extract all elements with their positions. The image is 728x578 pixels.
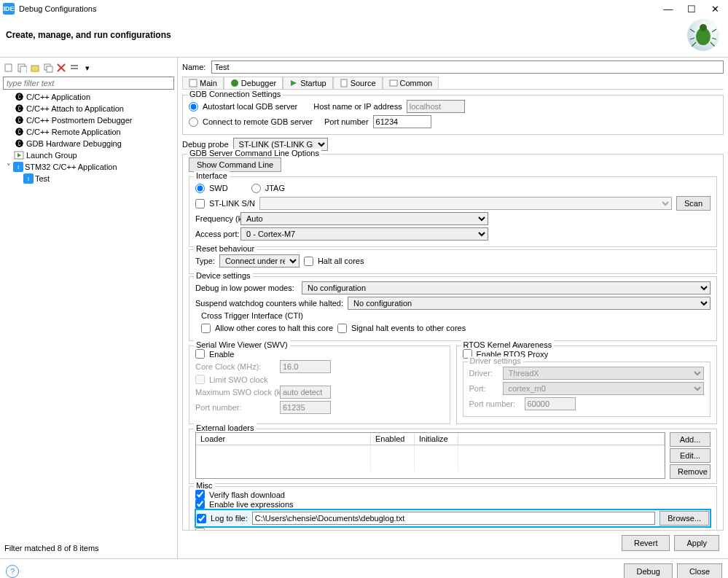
reset-title: Reset behaviour bbox=[194, 244, 257, 253]
revert-button[interactable]: Revert bbox=[622, 535, 670, 551]
tree-stm32[interactable]: ˅ISTM32 C/C++ Application bbox=[3, 161, 174, 173]
maximize-button[interactable]: ☐ bbox=[681, 1, 702, 16]
host-input[interactable] bbox=[407, 100, 465, 113]
access-port-select[interactable]: 0 - Cortex-M7 bbox=[240, 227, 488, 241]
swv-enable-check[interactable]: Enable bbox=[195, 349, 444, 359]
jtag-radio[interactable]: JTAG bbox=[251, 184, 285, 193]
svg-marker-23 bbox=[291, 80, 297, 86]
tree-test[interactable]: ITest bbox=[3, 173, 174, 184]
svg-line-6 bbox=[712, 38, 716, 39]
misc-title: Misc bbox=[194, 481, 215, 490]
tree-cpp-remote[interactable]: 🅒C/C++ Remote Application bbox=[3, 126, 174, 138]
port-label: Port number bbox=[324, 117, 369, 126]
driver-settings-title: Driver settings bbox=[468, 356, 523, 365]
tab-common[interactable]: Common bbox=[383, 77, 439, 89]
log-to-file-check[interactable]: Log to file: bbox=[197, 514, 248, 523]
filter-icon[interactable]: ▾ bbox=[82, 62, 93, 74]
device-settings-title: Device settings bbox=[194, 271, 253, 280]
rtos-driver-label: Driver: bbox=[469, 369, 498, 378]
tree-gdb-hw[interactable]: 🅒GDB Hardware Debugging bbox=[3, 138, 174, 149]
verify-flash-check[interactable]: Verify flash download bbox=[195, 490, 711, 499]
svg-rect-24 bbox=[341, 79, 347, 87]
rtos-driver-select: ThreadX bbox=[503, 367, 705, 380]
tab-source[interactable]: Source bbox=[333, 77, 383, 89]
svg-line-7 bbox=[692, 42, 696, 47]
svg-rect-14 bbox=[47, 66, 52, 72]
tree-cpp-postmortem[interactable]: 🅒C/C++ Postmortem Debugger bbox=[3, 114, 174, 126]
halt-all-check[interactable]: Halt all cores bbox=[304, 257, 364, 266]
window-title: Debug Configurations bbox=[19, 4, 658, 13]
minimize-button[interactable]: — bbox=[658, 1, 678, 16]
debug-lowpower-select[interactable]: No configuration bbox=[302, 281, 711, 294]
delete-icon[interactable] bbox=[55, 62, 67, 74]
collapse-icon[interactable] bbox=[69, 62, 80, 74]
tab-debugger[interactable]: Debugger bbox=[224, 77, 283, 89]
close-window-button[interactable]: ✕ bbox=[705, 1, 725, 16]
new-config-icon[interactable] bbox=[3, 62, 15, 74]
signal-halt-check[interactable]: Signal halt events to other cores bbox=[337, 324, 466, 333]
svg-rect-25 bbox=[390, 80, 397, 86]
limit-swo-check: Limit SWO clock bbox=[195, 375, 444, 384]
rtos-portnum-input bbox=[525, 397, 576, 410]
export-icon[interactable] bbox=[29, 62, 41, 74]
svg-rect-18 bbox=[71, 68, 78, 69]
help-icon[interactable]: ? bbox=[6, 565, 19, 578]
ext-remove-button[interactable]: Remove bbox=[670, 464, 711, 479]
svg-rect-12 bbox=[31, 66, 39, 71]
apply-button[interactable]: Apply bbox=[674, 535, 719, 551]
stlink-sn-check[interactable]: ST-LINK S/N bbox=[195, 199, 255, 208]
core-clock-input bbox=[280, 360, 331, 373]
browse-button[interactable]: Browse... bbox=[659, 511, 709, 526]
duplicate-icon[interactable] bbox=[42, 62, 54, 74]
swv-port-input bbox=[280, 401, 331, 414]
svg-marker-20 bbox=[17, 153, 21, 157]
svg-line-3 bbox=[690, 29, 694, 32]
svg-point-22 bbox=[231, 79, 238, 87]
svg-line-5 bbox=[690, 38, 694, 39]
svg-line-8 bbox=[711, 42, 715, 47]
port-input[interactable] bbox=[373, 115, 431, 128]
cti-label: Cross Trigger Interface (CTI) bbox=[201, 311, 711, 320]
stlink-sn-select[interactable] bbox=[259, 197, 672, 210]
show-cmd-button[interactable]: Show Command Line bbox=[189, 157, 281, 172]
autostart-radio[interactable]: Autostart local GDB server bbox=[189, 102, 297, 112]
swv-title: Serial Wire Viewer (SWV) bbox=[194, 340, 290, 349]
header-subtitle: Create, manage, and run configurations bbox=[6, 30, 687, 40]
new-proto-icon[interactable] bbox=[16, 62, 28, 74]
suspend-watchdog-label: Suspend watchdog counters while halted: bbox=[195, 299, 343, 308]
debug-button[interactable]: Debug bbox=[624, 563, 672, 578]
close-button[interactable]: Close bbox=[677, 563, 722, 578]
ext-loaders-title: External loaders bbox=[194, 423, 257, 432]
tab-startup[interactable]: Startup bbox=[283, 77, 332, 89]
tree-cpp-application[interactable]: 🅒C/C++ Application bbox=[3, 91, 174, 103]
log-file-input[interactable] bbox=[252, 512, 655, 525]
enable-live-check[interactable]: Enable live expressions bbox=[195, 499, 711, 509]
tree-launch-group[interactable]: Launch Group bbox=[3, 149, 174, 161]
filter-input[interactable] bbox=[3, 77, 174, 90]
ext-add-button[interactable]: Add... bbox=[670, 432, 711, 447]
ext-loaders-table[interactable]: Loader Enabled Initialize bbox=[195, 432, 665, 479]
allow-other-check[interactable]: Allow other cores to halt this core bbox=[201, 324, 333, 333]
svg-rect-17 bbox=[71, 65, 78, 66]
name-input[interactable] bbox=[211, 60, 724, 74]
reset-type-select[interactable]: Connect under reset bbox=[219, 254, 300, 267]
svg-line-4 bbox=[712, 29, 716, 32]
host-label: Host name or IP address bbox=[313, 102, 402, 111]
access-port-label: Access port: bbox=[195, 230, 236, 238]
suspend-watchdog-select[interactable]: No configuration bbox=[348, 297, 711, 310]
scan-button[interactable]: Scan bbox=[676, 196, 711, 211]
max-swo-input bbox=[280, 386, 331, 399]
config-toolbar: ▾ bbox=[3, 60, 174, 77]
ext-edit-button[interactable]: Edit... bbox=[670, 448, 711, 463]
connect-remote-radio[interactable]: Connect to remote GDB server bbox=[189, 117, 313, 127]
tab-main[interactable]: Main bbox=[182, 77, 224, 89]
reset-type-label: Type: bbox=[195, 257, 215, 265]
svg-rect-21 bbox=[189, 79, 197, 87]
rtos-port-select: cortex_m0 bbox=[503, 382, 705, 395]
core-clock-label: Core Clock (MHz): bbox=[195, 362, 275, 371]
svg-rect-9 bbox=[5, 64, 12, 71]
freq-select[interactable]: Auto bbox=[240, 212, 488, 225]
svg-rect-11 bbox=[20, 66, 27, 73]
tree-cpp-attach[interactable]: 🅒C/C++ Attach to Application bbox=[3, 103, 174, 114]
swd-radio[interactable]: SWD bbox=[195, 184, 228, 193]
